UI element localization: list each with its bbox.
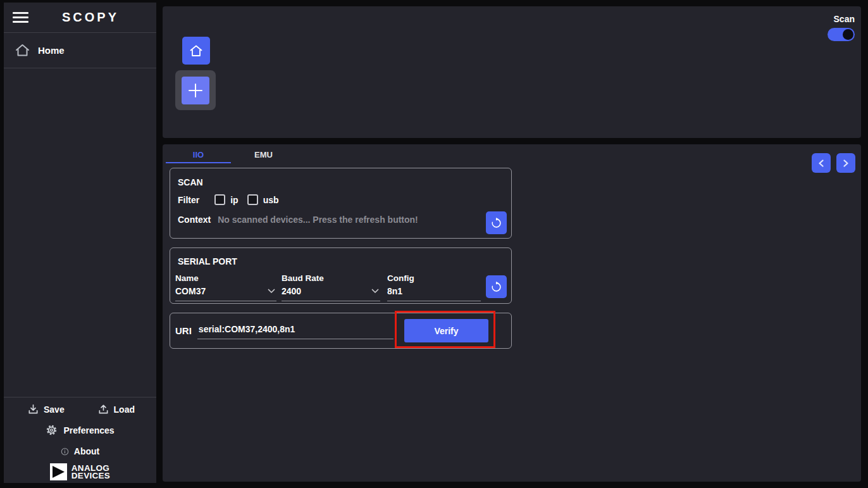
device-toolbar-panel: Scan: [163, 6, 861, 138]
serial-config-label: Config: [387, 273, 481, 283]
info-icon: [61, 447, 69, 456]
preferences-button[interactable]: Preferences: [4, 424, 156, 436]
serial-config-value: 8n1: [387, 286, 402, 296]
home-icon: [15, 44, 30, 57]
serial-config-field: Config 8n1: [387, 273, 481, 301]
scopy-window: SCOPY Home Save: [0, 0, 868, 488]
uri-input[interactable]: serial:COM37,2400,8n1: [197, 322, 394, 339]
load-upload-icon: [98, 404, 109, 415]
filter-usb-checkbox[interactable]: [247, 194, 258, 205]
serial-port-section: SERIAL PORT Name COM37 Baud Rate 2400: [170, 247, 512, 304]
adi-triangle-icon: [50, 463, 67, 480]
filter-usb-label: usb: [263, 195, 279, 205]
load-button[interactable]: Load: [98, 404, 135, 415]
serial-baud-value: 2400: [282, 286, 301, 296]
home-page-button[interactable]: [182, 37, 210, 65]
verify-button[interactable]: Verify: [404, 319, 488, 342]
home-icon: [189, 44, 203, 58]
serial-config-input[interactable]: 8n1: [387, 284, 481, 301]
wizard-nav-buttons: [812, 153, 855, 173]
connection-tabs: IIO EMU: [166, 147, 296, 163]
forward-button[interactable]: [836, 153, 855, 173]
serial-name-label: Name: [175, 273, 276, 283]
scan-section-title: SCAN: [178, 177, 504, 187]
tab-iio-label: IIO: [193, 150, 204, 160]
filter-label: Filter: [178, 195, 199, 205]
serial-refresh-button[interactable]: [486, 275, 507, 298]
back-button[interactable]: [812, 153, 831, 173]
context-message: No scanned devices... Press the refresh …: [218, 215, 418, 225]
chevron-down-icon: [371, 289, 379, 294]
filter-ip-checkbox[interactable]: [214, 194, 225, 205]
tab-emu-label: EMU: [254, 150, 273, 160]
scopy-logo: SCOPY: [28, 10, 156, 25]
add-device-panel: IIO EMU: [163, 144, 861, 482]
preferences-label: Preferences: [63, 425, 114, 435]
add-device-button[interactable]: [182, 77, 209, 104]
save-label: Save: [44, 404, 65, 415]
uri-label: URI: [175, 325, 192, 336]
scan-toggle[interactable]: [828, 28, 855, 41]
serial-baud-dropdown[interactable]: 2400: [282, 284, 380, 301]
serial-baud-label: Baud Rate: [282, 273, 380, 283]
chevron-left-icon: [818, 160, 824, 167]
serial-name-value: COM37: [175, 286, 206, 296]
uri-value: serial:COM37,2400,8n1: [199, 324, 295, 334]
add-device-button-selected-frame: [175, 70, 216, 110]
serial-name-dropdown[interactable]: COM37: [175, 284, 276, 301]
sidebar-header: SCOPY: [4, 3, 156, 33]
filter-ip-label: ip: [230, 195, 238, 205]
scan-toggle-label: Scan: [834, 14, 855, 24]
about-label: About: [74, 446, 99, 456]
save-download-icon: [28, 404, 39, 415]
tab-iio[interactable]: IIO: [166, 147, 231, 163]
plus-icon: [187, 82, 204, 99]
serial-name-field: Name COM37: [175, 273, 276, 301]
serial-section-title: SERIAL PORT: [178, 256, 504, 266]
sidebar-home-label: Home: [38, 45, 65, 56]
serial-baud-field: Baud Rate 2400: [282, 273, 380, 301]
sidebar-spacer: [4, 68, 156, 397]
menu-hamburger-icon[interactable]: [13, 12, 28, 23]
save-button[interactable]: Save: [28, 404, 65, 415]
scan-refresh-button[interactable]: [486, 211, 507, 234]
load-label: Load: [114, 404, 135, 415]
scan-control: Scan: [828, 14, 855, 41]
context-label: Context: [178, 215, 211, 225]
chevron-right-icon: [843, 160, 849, 167]
about-button[interactable]: About: [4, 446, 156, 456]
scan-filter-row: Filter ip usb: [178, 194, 504, 205]
gear-icon: [46, 424, 58, 436]
scan-toggle-knob: [843, 29, 853, 40]
scan-section: SCAN Filter ip usb Context No scanned de…: [170, 168, 512, 239]
analog-devices-logo: ANALOG DEVICES: [4, 463, 156, 480]
refresh-icon: [490, 217, 502, 229]
refresh-icon: [490, 281, 502, 293]
brand-line2: DEVICES: [71, 472, 110, 480]
sidebar-item-home[interactable]: Home: [4, 33, 156, 68]
chevron-down-icon: [268, 289, 275, 294]
tab-emu[interactable]: EMU: [231, 147, 296, 163]
sidebar-footer: Save Load: [4, 397, 156, 483]
uri-section: URI serial:COM37,2400,8n1 Verify: [170, 313, 512, 349]
context-row: Context No scanned devices... Press the …: [178, 215, 504, 225]
sidebar: SCOPY Home Save: [4, 3, 156, 483]
